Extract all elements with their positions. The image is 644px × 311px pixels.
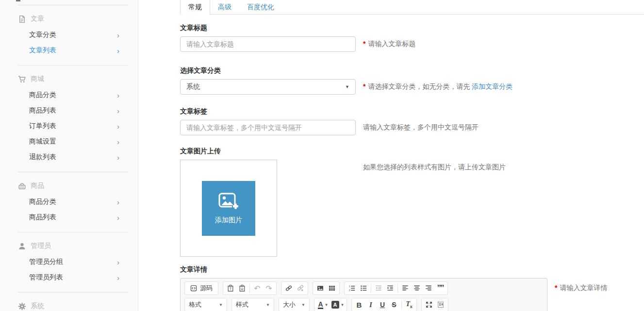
section-label: 管理员 [31, 242, 51, 250]
category-select[interactable]: 系统 ▼ [180, 79, 356, 95]
unlink-icon [297, 285, 304, 292]
main-content: 常规 高级 百度优化 文章标题 *请输入文章标题 选择文章分类 系统 ▼ [139, 0, 644, 311]
undo-icon: ↶ [254, 284, 260, 293]
text-color-button[interactable]: A ▼ [316, 299, 330, 311]
paste-as-text-button[interactable]: T [225, 282, 236, 294]
tags-label: 文章标签 [180, 107, 644, 116]
chevron-right-icon: › [117, 259, 119, 266]
add-image-button[interactable]: 添加图片 [202, 181, 255, 236]
document-icon [18, 15, 26, 23]
dropdown-caret-icon: ▼ [219, 303, 223, 307]
link-icon [285, 285, 292, 292]
numbered-list-button[interactable]: 12 [346, 282, 358, 294]
outdent-button[interactable] [373, 282, 384, 294]
remove-format-icon: Tx [406, 300, 413, 309]
tab-advanced[interactable]: 高级 [210, 0, 239, 14]
sidebar-item-goods-list[interactable]: 商品列表 › [0, 103, 138, 118]
align-center-button[interactable] [411, 282, 423, 294]
required-asterisk: * [555, 284, 557, 292]
category-note: *请选择文章分类，如无分类，请先 添加文章分类 [363, 82, 512, 91]
chevron-right-icon: › [117, 138, 119, 146]
link-button[interactable] [283, 282, 295, 294]
numbered-list-icon: 12 [348, 285, 355, 292]
dropdown-caret-icon: ▼ [301, 303, 305, 307]
text-color-icon: A [318, 301, 323, 309]
insert-table-button[interactable] [326, 282, 338, 294]
tags-note: 请输入文章标签，多个用中文逗号隔开 [363, 123, 479, 132]
category-label: 选择文章分类 [180, 66, 644, 75]
sidebar-item-product-list[interactable]: 商品列表 › [0, 210, 138, 225]
underline-button[interactable]: U [377, 299, 388, 311]
insert-image-button[interactable] [314, 282, 326, 294]
sidebar-item-mall-settings[interactable]: 商城设置 › [0, 134, 138, 149]
svg-text:2: 2 [349, 289, 350, 292]
section-label: 商品 [31, 181, 44, 190]
add-image-button-label: 添加图片 [215, 216, 242, 225]
required-asterisk: * [363, 82, 365, 90]
tab-general[interactable]: 常规 [180, 0, 210, 15]
title-label: 文章标题 [180, 24, 644, 33]
sidebar-item-article-category[interactable]: 文章分类 › [0, 27, 138, 43]
sidebar-item-product-category[interactable]: 商品分类 › [0, 194, 138, 210]
redo-icon: ↷ [265, 284, 272, 293]
editor-toolbar: 源码 T W ↶ [181, 278, 547, 311]
sidebar-item-admin-group[interactable]: 管理员分组 › [0, 254, 138, 270]
show-blocks-button[interactable] [435, 299, 446, 311]
sidebar-item-goods-category[interactable]: 商品分类 › [0, 87, 138, 103]
blockquote-icon: ”” [437, 286, 444, 291]
redo-button[interactable]: ↷ [263, 282, 275, 294]
sidebar-item-admin-list[interactable]: 管理员列表 › [0, 270, 138, 285]
cutoff-icon [16, 0, 20, 1]
size-dropdown[interactable]: 大小 ▼ [279, 298, 310, 311]
bulleted-list-icon [360, 285, 367, 292]
maximize-button[interactable] [423, 299, 435, 311]
form-row-title: 文章标题 *请输入文章标题 [180, 24, 644, 52]
undo-button[interactable]: ↶ [251, 282, 263, 294]
paste-from-word-icon: W [239, 285, 246, 292]
section-label: 文章 [31, 15, 44, 23]
remove-format-button[interactable]: Tx [403, 299, 415, 311]
form-row-category: 选择文章分类 系统 ▼ *请选择文章分类，如无分类，请先 添加文章分类 [180, 66, 644, 95]
tab-baidu-seo[interactable]: 百度优化 [239, 0, 282, 14]
sidebar-section-mall: 商城 [0, 65, 138, 87]
align-center-icon [413, 285, 420, 292]
section-label: 商城 [31, 75, 44, 83]
tags-input[interactable] [180, 120, 356, 135]
basket-icon [18, 182, 26, 190]
format-dropdown[interactable]: 格式 ▼ [184, 298, 227, 311]
bold-button[interactable]: B [353, 299, 365, 311]
align-left-button[interactable] [399, 282, 411, 294]
paste-from-word-button[interactable]: W [236, 282, 248, 294]
dropdown-caret-icon: ▼ [266, 303, 270, 307]
chevron-right-icon: › [117, 123, 119, 130]
sidebar-section-product: 商品 [0, 172, 138, 194]
table-icon [329, 285, 335, 292]
category-select-value: 系统 [186, 82, 200, 91]
toolbar-separator [249, 284, 250, 293]
italic-button[interactable]: I [365, 299, 377, 311]
sidebar-item-order-list[interactable]: 订单列表 › [0, 118, 138, 134]
outdent-icon [375, 285, 382, 292]
add-category-link[interactable]: 添加文章分类 [472, 82, 512, 90]
source-button[interactable]: 源码 [186, 282, 216, 294]
toolbar-separator [371, 284, 371, 293]
sidebar-section-article: 文章 [0, 5, 138, 27]
chevron-right-icon: › [117, 92, 119, 99]
sidebar-item-refund-list[interactable]: 退款列表 › [0, 149, 138, 165]
background-color-button[interactable]: A ▼ [330, 299, 345, 311]
bulleted-list-button[interactable] [358, 282, 369, 294]
indent-button[interactable] [384, 282, 396, 294]
sidebar-item-article-list[interactable]: 文章列表 › [0, 43, 138, 58]
title-input[interactable] [180, 36, 356, 52]
unlink-button[interactable] [295, 282, 306, 294]
blockquote-button[interactable]: ”” [434, 282, 446, 294]
chevron-right-icon: › [117, 198, 119, 206]
detail-label: 文章详情 [180, 265, 644, 274]
align-right-button[interactable] [423, 282, 434, 294]
toolbar-separator [401, 300, 402, 309]
dropdown-caret-icon: ▼ [325, 303, 329, 307]
indent-icon [387, 285, 394, 292]
form-row-image-upload: 文章图片上传 添加图片 [180, 147, 644, 257]
strikethrough-button[interactable]: S [388, 299, 400, 311]
styles-dropdown[interactable]: 样式 ▼ [231, 298, 274, 311]
